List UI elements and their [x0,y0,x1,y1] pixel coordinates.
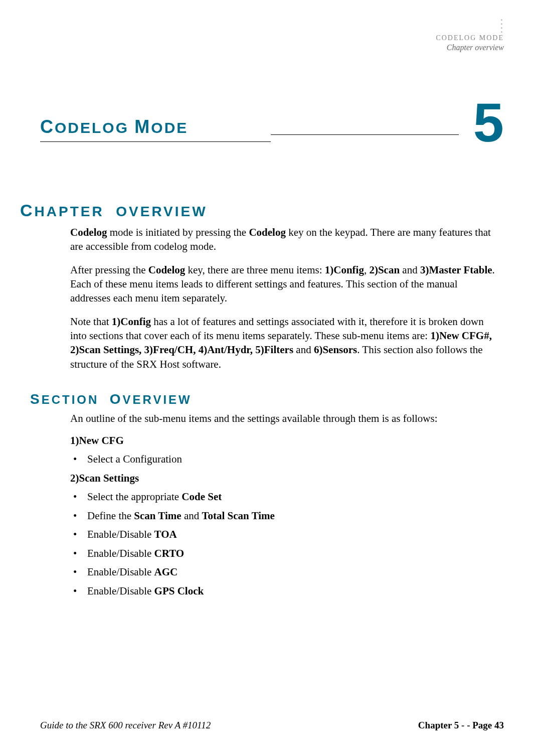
group-heading-new-cfg: 1)New CFG [70,434,499,447]
decorative-dots: .... [436,15,504,31]
chapter-title-row: CODELOG MODE [40,116,271,142]
list-scan-settings: Select the appropriate Code Set Define t… [70,489,499,600]
footer-left: Guide to the SRX 600 receiver Rev A #101… [40,720,211,731]
list-item: Enable/Disable CRTO [70,545,499,562]
list-item: Select a Configuration [70,451,499,468]
section-overview-intro: An outline of the sub-menu items and the… [70,411,499,425]
list-new-cfg: Select a Configuration [70,451,499,468]
title-rule-right [271,134,459,135]
paragraph-3: Note that 1)Config has a lot of features… [70,315,499,371]
chapter-number: 5 [473,90,504,154]
header-mode-label: CODELOG MODE [436,34,504,42]
group-heading-scan-settings: 2)Scan Settings [70,472,499,485]
paragraph-1: Codelog mode is initiated by pressing th… [70,225,499,254]
paragraph-2: After pressing the Codelog key, there ar… [70,263,499,306]
header-subtitle: Chapter overview [436,43,504,52]
list-item: Enable/Disable AGC [70,564,499,581]
list-item: Enable/Disable TOA [70,526,499,543]
heading-section-overview: SECTION OVERVIEW [30,391,499,407]
heading-chapter-overview: CHAPTER OVERVIEW [20,201,499,220]
list-item: Select the appropriate Code Set [70,489,499,506]
list-item: Define the Scan Time and Total Scan Time [70,508,499,525]
list-item: Enable/Disable GPS Clock [70,583,499,600]
footer-right: Chapter 5 - - Page 43 [418,720,504,731]
page-footer: Guide to the SRX 600 receiver Rev A #101… [40,720,504,731]
running-header: .... CODELOG MODE Chapter overview [436,15,504,52]
chapter-title: CODELOG MODE [40,119,188,136]
